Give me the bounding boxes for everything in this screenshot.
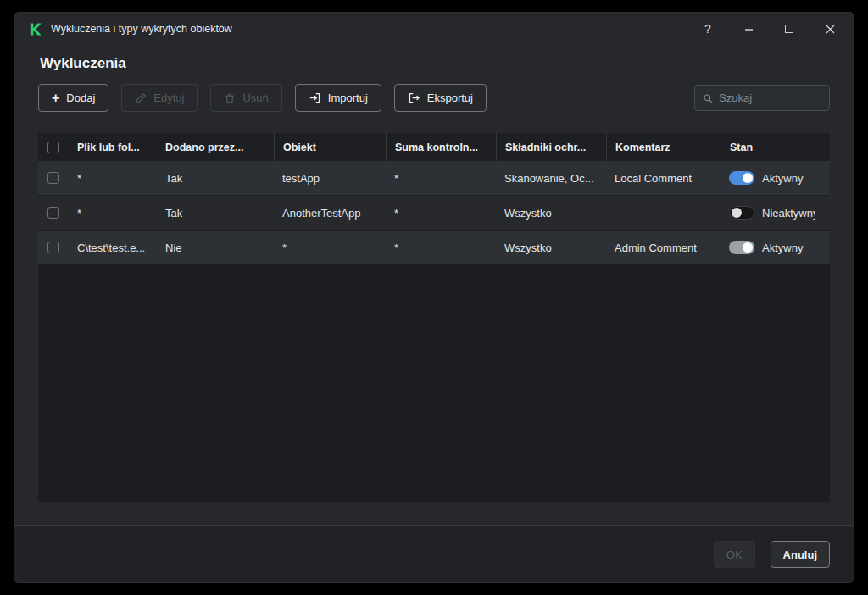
search-input[interactable] xyxy=(719,92,821,104)
cell-components: Skanowanie, Oc... xyxy=(496,161,606,195)
table-header: Plik lub fol... Dodano przez... Obiekt S… xyxy=(38,133,830,161)
row-gutter xyxy=(815,161,830,195)
row-gutter xyxy=(815,231,830,264)
cell-comment: Admin Comment xyxy=(606,231,721,264)
page-title: Wykluczenia xyxy=(40,55,828,72)
cell-components: Wszystko xyxy=(496,231,606,264)
toolbar: + Dodaj Edytuj Usuń Importuj xyxy=(38,84,830,112)
help-button[interactable]: ? xyxy=(694,17,721,41)
table-empty-area xyxy=(38,265,830,502)
exclusions-window: Wykluczenia i typy wykrytych obiektów ? … xyxy=(14,12,854,583)
state-toggle[interactable] xyxy=(729,206,754,220)
table-row[interactable]: * Tak AnotherTestApp * Wszystko Nieaktyw… xyxy=(38,196,830,231)
footer-bar: OK Anuluj xyxy=(14,525,854,582)
state-label: Aktywny xyxy=(762,242,803,254)
close-button[interactable] xyxy=(816,17,843,41)
export-button[interactable]: Eksportuj xyxy=(394,84,487,112)
close-icon xyxy=(826,25,835,34)
cell-object: testApp xyxy=(274,161,386,195)
delete-button[interactable]: Usuń xyxy=(210,84,281,112)
row-checkbox[interactable] xyxy=(47,242,59,253)
cell-state: Aktywny xyxy=(721,231,815,264)
cell-path: * xyxy=(69,196,157,230)
cell-checksum: * xyxy=(386,161,496,195)
cell-checksum: * xyxy=(386,196,496,230)
exclusions-table: Plik lub fol... Dodano przez... Obiekt S… xyxy=(38,133,830,502)
plus-icon: + xyxy=(52,92,59,105)
row-checkbox[interactable] xyxy=(47,172,59,184)
column-header-checksum[interactable]: Suma kontroln... xyxy=(386,133,496,161)
pencil-icon xyxy=(135,92,147,104)
state-label: Aktywny xyxy=(762,172,803,185)
ok-button[interactable]: OK xyxy=(714,541,755,568)
cell-state: Aktywny xyxy=(721,161,815,195)
column-header-state[interactable]: Stan xyxy=(721,133,815,161)
column-header-components[interactable]: Składniki ochr... xyxy=(496,133,606,161)
cell-added-by: Tak xyxy=(157,196,274,230)
state-label: Nieaktywny xyxy=(762,207,815,220)
table-row[interactable]: C\test\test.e... Nie * * Wszystko Admin … xyxy=(38,231,830,265)
cell-state: Nieaktywny xyxy=(721,196,815,230)
cell-object: * xyxy=(274,231,386,264)
cell-object: AnotherTestApp xyxy=(274,196,386,230)
edit-button[interactable]: Edytuj xyxy=(121,84,198,112)
cell-path: C\test\test.e... xyxy=(69,231,157,264)
select-all-checkbox[interactable] xyxy=(47,142,59,153)
column-header-path[interactable]: Plik lub fol... xyxy=(69,133,157,161)
main-content: Wykluczenia + Dodaj Edytuj Usuń xyxy=(14,45,854,525)
window-controls: ? xyxy=(694,17,843,41)
cell-comment xyxy=(606,196,721,230)
cancel-button[interactable]: Anuluj xyxy=(771,541,830,568)
scrollbar-gutter xyxy=(815,133,830,161)
kaspersky-logo xyxy=(28,22,42,36)
column-header-added-by[interactable]: Dodano przez... xyxy=(157,133,274,161)
import-icon xyxy=(309,92,321,104)
trash-icon xyxy=(224,92,236,104)
add-button[interactable]: + Dodaj xyxy=(38,84,108,112)
cell-comment: Local Comment xyxy=(606,161,721,195)
cell-added-by: Nie xyxy=(157,231,274,264)
column-header-comment[interactable]: Komentarz xyxy=(606,133,721,161)
cell-path: * xyxy=(69,161,157,195)
import-button[interactable]: Importuj xyxy=(295,84,381,112)
table-row[interactable]: * Tak testApp * Skanowanie, Oc... Local … xyxy=(38,161,830,196)
search-box[interactable] xyxy=(694,85,830,111)
state-toggle[interactable] xyxy=(729,241,754,254)
search-icon xyxy=(703,92,713,104)
export-icon xyxy=(408,92,420,104)
cell-added-by: Tak xyxy=(157,161,274,195)
titlebar: Wykluczenia i typy wykrytych obiektów ? xyxy=(14,13,854,45)
maximize-icon xyxy=(785,25,793,33)
maximize-button[interactable] xyxy=(776,17,803,41)
row-checkbox[interactable] xyxy=(47,207,59,219)
row-gutter xyxy=(815,196,830,230)
minimize-icon xyxy=(744,25,754,34)
column-header-object[interactable]: Obiekt xyxy=(274,133,386,161)
state-toggle[interactable] xyxy=(729,171,754,185)
window-title: Wykluczenia i typy wykrytych obiektów xyxy=(51,23,694,35)
cell-components: Wszystko xyxy=(496,196,606,230)
minimize-button[interactable] xyxy=(735,17,762,41)
select-all-cell xyxy=(38,133,69,161)
cell-checksum: * xyxy=(386,231,496,264)
